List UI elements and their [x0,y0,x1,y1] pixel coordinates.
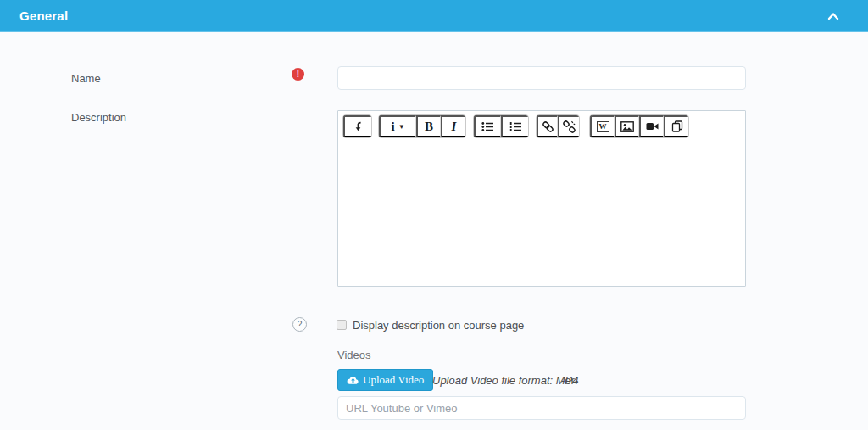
display-description-checkbox[interactable] [337,320,347,330]
insert-image-button[interactable] [615,115,639,137]
link-button[interactable] [537,115,558,137]
files-icon [671,120,683,132]
toolbar-group-media: W [589,114,689,138]
unlink-icon [563,120,576,133]
word-icon: W [597,121,609,132]
name-label: Name [71,72,101,85]
manage-files-button[interactable] [664,115,688,137]
upload-video-label: Upload Video [363,373,424,387]
section-title: General [19,8,68,23]
bold-button[interactable]: B [416,115,441,137]
description-label: Description [71,111,126,124]
section-header-general[interactable]: General [0,0,868,32]
or-separator: -or- [561,374,578,387]
unlink-button[interactable] [558,115,579,137]
caret-down-icon: ▼ [398,123,405,131]
link-icon [542,120,554,133]
toolbar-group-text: i ▼ B I [378,114,466,138]
bullet-list-button[interactable] [474,115,501,137]
numbered-list-icon [509,121,522,132]
italic-button[interactable]: I [441,115,465,137]
paragraph-styles-button[interactable]: i ▼ [379,115,416,137]
video-format-hint: Upload Video file format: MP4 [432,374,578,387]
chevron-up-icon [826,11,840,21]
word-import-button[interactable]: W [590,115,615,137]
help-icon[interactable]: ? [292,317,307,332]
collapse-toolbar-icon [352,120,364,133]
upload-video-button[interactable]: Upload Video [337,369,433,391]
general-section: General Name ! Description [0,0,868,430]
video-icon [646,121,659,131]
toolbar-group-collapse [342,114,372,138]
collapse-toolbar-button[interactable] [343,115,371,137]
name-input[interactable] [337,66,746,90]
numbered-list-button[interactable] [501,115,528,137]
video-url-input[interactable] [337,396,746,420]
description-editor: i ▼ B I [337,110,746,287]
cloud-upload-icon [347,375,359,385]
bullet-list-icon [481,121,494,132]
styles-label: i [391,120,394,134]
description-textarea[interactable] [338,142,745,286]
editor-toolbar: i ▼ B I [338,111,745,142]
image-icon [620,121,634,132]
toolbar-group-links [536,114,580,138]
display-description-label: Display description on course page [353,319,524,332]
collapse-section-button[interactable] [824,8,843,25]
toolbar-group-lists [473,114,529,138]
insert-video-button[interactable] [639,115,664,137]
videos-label: Videos [337,349,371,361]
required-icon: ! [292,68,304,81]
